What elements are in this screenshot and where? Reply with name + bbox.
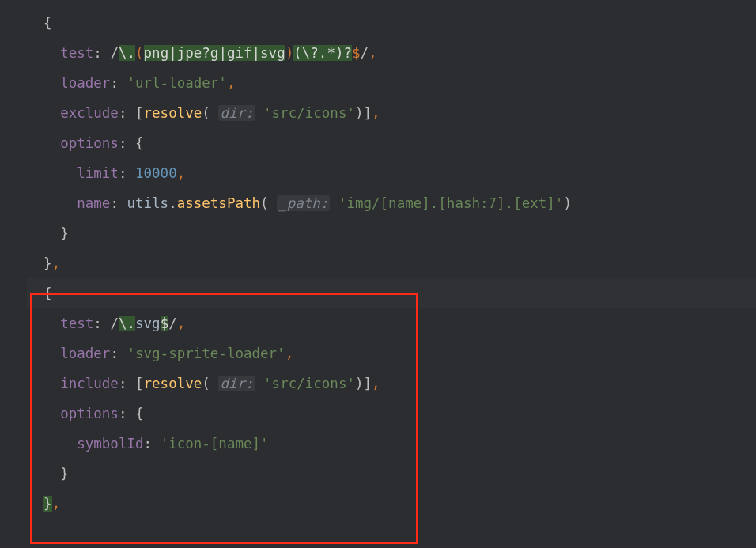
code-line: {: [27, 8, 756, 38]
prop-test: test: [60, 45, 93, 61]
code-line: loader: 'svg-sprite-loader',: [27, 338, 756, 368]
regex-delim: /: [110, 45, 119, 61]
fn-assetsPath: assetsPath: [177, 195, 260, 211]
string-literal: 'url-loader': [127, 75, 226, 91]
code-line: loader: 'url-loader',: [27, 68, 756, 98]
code-line: }: [27, 218, 756, 248]
param-hint-dir: dir:: [218, 376, 255, 391]
code-line: test: /\.(png|jpe?g|gif|svg)(\?.*)?$/,: [27, 38, 756, 68]
identifier-utils: utils: [127, 195, 168, 211]
regex-dollar: $: [352, 45, 361, 61]
brace-open: {: [43, 285, 52, 301]
editor-gutter: [0, 0, 27, 548]
prop-name: name: [77, 195, 110, 211]
prop-loader: loader: [60, 75, 110, 91]
code-line: }: [27, 459, 756, 489]
brace-close: }: [60, 225, 69, 241]
brace-close: }: [43, 496, 52, 512]
number-literal: 10000: [135, 165, 177, 181]
fn-resolve: resolve: [144, 376, 202, 391]
code-line: name: utils.assetsPath( _path: 'img/[nam…: [27, 188, 756, 218]
fn-resolve: resolve: [144, 105, 202, 121]
code-line-current: {: [27, 278, 756, 308]
param-hint-dir: dir:: [218, 105, 255, 121]
prop-limit: limit: [77, 165, 119, 181]
prop-test: test: [60, 316, 93, 331]
string-literal: 'src/icons': [263, 376, 355, 391]
string-literal: 'icon-[name]': [161, 436, 269, 452]
regex-escape: \.: [119, 45, 135, 61]
regex-escape: \.: [119, 316, 135, 331]
code-line: include: [resolve( dir: 'src/icons')],: [27, 368, 756, 399]
brace-close: }: [43, 255, 52, 271]
brace-open: {: [43, 15, 52, 31]
regex-dollar: $: [161, 316, 169, 331]
prop-include: include: [60, 376, 119, 391]
caret-position: }: [43, 496, 52, 512]
code-line: options: {: [27, 128, 756, 158]
prop-options: options: [60, 406, 119, 421]
regex-delim: /: [110, 316, 119, 331]
regex-body: svg: [135, 316, 161, 331]
code-line: limit: 10000,: [27, 158, 756, 188]
prop-loader: loader: [60, 346, 110, 361]
prop-exclude: exclude: [60, 105, 119, 121]
code-line: },: [27, 248, 756, 278]
string-literal: 'svg-sprite-loader': [127, 346, 285, 361]
code-line: test: /\.svg$/,: [27, 308, 756, 338]
prop-options: options: [60, 135, 119, 151]
string-literal: 'src/icons': [263, 105, 355, 121]
prop-symbolId: symbolId: [77, 436, 143, 452]
code-line: options: {: [27, 399, 756, 429]
brace-close: }: [60, 466, 69, 482]
regex-tail: (\?.*)?: [293, 45, 352, 61]
code-editor[interactable]: { test: /\.(png|jpe?g|gif|svg)(\?.*)?$/,…: [0, 0, 756, 548]
param-hint-path: _path:: [277, 195, 330, 211]
regex-alts: png|jpe?g|gif|svg: [144, 45, 285, 61]
code-line: },: [27, 489, 756, 519]
string-literal: 'img/[name].[hash:7].[ext]': [338, 195, 563, 211]
code-line: symbolId: 'icon-[name]': [27, 429, 756, 459]
code-line: exclude: [resolve( dir: 'src/icons')],: [27, 98, 756, 128]
